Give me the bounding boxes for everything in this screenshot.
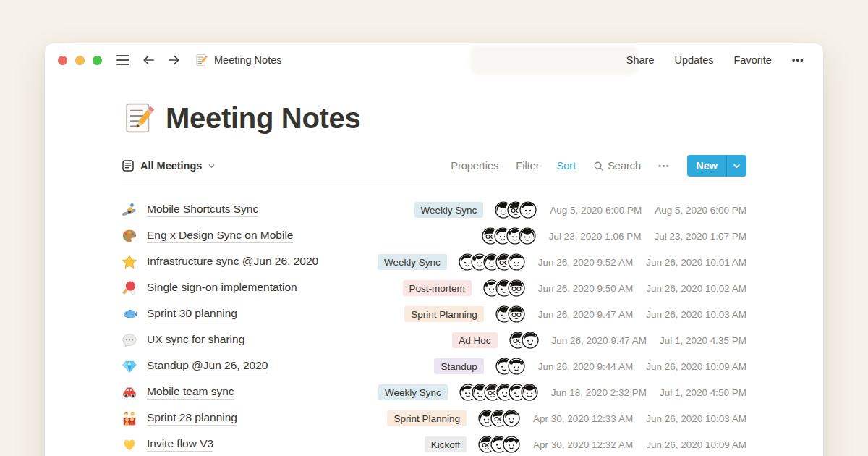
table-row[interactable]: Sprint 30 planning Sprint Planning Jun 2…: [122, 301, 746, 327]
row-title[interactable]: Sprint 28 planning: [147, 411, 237, 426]
edited-date: Jul 1, 2020 4:35 PM: [660, 335, 746, 346]
sort-button[interactable]: Sort: [557, 160, 576, 172]
table-row[interactable]: Invite flow V3 Kickoff Apr 30, 2020 12:3…: [122, 431, 746, 456]
row-properties: Standup Jun 26, 2020 9:44 AM Jun 26, 202…: [434, 358, 746, 375]
row-title[interactable]: Invite flow V3: [147, 437, 213, 452]
row-title[interactable]: Single sign-on implementation: [147, 281, 297, 296]
close-window-button[interactable]: [58, 56, 67, 65]
avatar[interactable]: [519, 201, 537, 219]
edited-date: Aug 5, 2020 6:00 PM: [655, 205, 746, 216]
forward-button[interactable]: [167, 53, 182, 67]
family-emoji-icon: [122, 410, 137, 426]
snowboarder-emoji-icon: [122, 202, 137, 218]
zoom-window-button[interactable]: [93, 56, 102, 65]
avatar-group: [495, 305, 525, 323]
traffic-lights: [58, 56, 102, 65]
favorite-button[interactable]: Favorite: [734, 54, 772, 66]
row-title[interactable]: Standup @Jun 26, 2020: [147, 359, 268, 374]
created-date: Jul 23, 2020 1:06 PM: [549, 231, 642, 242]
row-title[interactable]: UX sync for sharing: [147, 333, 244, 348]
new-button[interactable]: New: [687, 155, 746, 177]
edited-date: Jun 26, 2020 10:09 AM: [646, 361, 746, 372]
gem-emoji-icon: [122, 358, 137, 374]
view-name: All Meetings: [140, 160, 202, 172]
avatar-group: [483, 279, 525, 297]
sidebar-menu-icon[interactable]: [116, 55, 129, 65]
row-title[interactable]: Infrastructure sync @Jun 26, 2020: [147, 255, 318, 270]
toolbar-more-icon[interactable]: •••: [658, 161, 670, 170]
created-date: Jun 26, 2020 9:52 AM: [538, 257, 633, 268]
type-tag[interactable]: Post-mortem: [403, 280, 472, 296]
ping-pong-emoji-icon: [122, 280, 137, 296]
search-button[interactable]: Search: [593, 160, 641, 172]
minimize-window-button[interactable]: [75, 56, 85, 65]
page-title[interactable]: Meeting Notes: [166, 102, 360, 135]
table-row[interactable]: Mobile team sync Weekly Sync Jun 18, 202…: [122, 379, 746, 405]
table-row[interactable]: Sprint 28 planning Sprint Planning Apr 3…: [122, 405, 746, 431]
breadcrumb-page-title[interactable]: Meeting Notes: [214, 54, 282, 66]
edited-date: Jul 23, 2020 1:07 PM: [654, 231, 746, 242]
table-row[interactable]: Infrastructure sync @Jun 26, 2020 Weekly…: [122, 249, 746, 275]
row-properties: Sprint Planning Jun 26, 2020 9:47 AM Jun…: [404, 305, 746, 323]
back-button[interactable]: [141, 53, 156, 67]
type-tag[interactable]: Weekly Sync: [414, 202, 484, 218]
fish-emoji-icon: [122, 306, 137, 322]
table-row[interactable]: UX sync for sharing Ad Hoc Jun 26, 2020 …: [122, 327, 746, 353]
table-row[interactable]: Single sign-on implementation Post-morte…: [122, 275, 746, 301]
titlebar: Meeting Notes Share Updates Favorite •••: [45, 43, 823, 77]
row-properties: Weekly Sync Aug 5, 2020 6:00 PM Aug 5, 2…: [414, 201, 746, 219]
filter-button[interactable]: Filter: [516, 160, 539, 172]
type-tag[interactable]: Sprint Planning: [404, 306, 484, 322]
avatar[interactable]: [508, 279, 525, 297]
type-tag[interactable]: Sprint Planning: [387, 410, 467, 426]
avatar[interactable]: [508, 358, 525, 375]
edited-date: Jun 26, 2020 10:03 AM: [646, 413, 746, 424]
avatar[interactable]: [503, 436, 520, 453]
table-row[interactable]: Eng x Design Sync on Mobile Jul 23, 2020…: [122, 223, 746, 249]
view-switcher[interactable]: All Meetings: [122, 159, 216, 172]
database-toolbar: All Meetings Properties Filter Sort Sear…: [122, 155, 746, 185]
avatar-group: [495, 358, 525, 375]
type-tag[interactable]: Kickoff: [425, 436, 467, 452]
memo-emoji-icon[interactable]: [122, 101, 155, 135]
share-button[interactable]: Share: [626, 54, 655, 66]
row-title[interactable]: Sprint 30 planning: [147, 307, 237, 322]
avatar[interactable]: [519, 227, 536, 245]
properties-button[interactable]: Properties: [451, 160, 498, 172]
table-row[interactable]: Mobile Shortcuts Sync Weekly Sync Aug 5,…: [122, 197, 746, 223]
avatar[interactable]: [508, 305, 525, 323]
more-options-icon[interactable]: •••: [792, 55, 804, 65]
search-label: Search: [608, 160, 641, 172]
avatar-group: [482, 227, 536, 245]
avatar[interactable]: [522, 332, 539, 349]
row-properties: Sprint Planning Apr 30, 2020 12:33 AM Ju…: [387, 410, 746, 427]
row-properties: Kickoff Apr 30, 2020 12:32 AM Jun 26, 20…: [425, 436, 746, 453]
created-date: Jun 26, 2020 9:47 AM: [552, 335, 647, 346]
created-date: Aug 5, 2020 6:00 PM: [550, 205, 642, 216]
new-button-label[interactable]: New: [687, 155, 726, 177]
table-row[interactable]: Standup @Jun 26, 2020 Standup Jun 26, 20…: [122, 353, 746, 379]
row-properties: Ad Hoc Jun 26, 2020 9:47 AM Jul 1, 2020 …: [452, 332, 746, 349]
type-tag[interactable]: Ad Hoc: [452, 332, 497, 348]
row-properties: Post-mortem Jun 26, 2020 9:50 AM Jun 26,…: [403, 279, 746, 297]
type-tag[interactable]: Weekly Sync: [378, 254, 447, 270]
created-date: Jun 26, 2020 9:47 AM: [538, 309, 633, 320]
avatar-group: [478, 410, 520, 427]
search-icon: [593, 161, 604, 172]
created-date: Jun 26, 2020 9:50 AM: [538, 283, 633, 294]
updates-button[interactable]: Updates: [674, 54, 713, 66]
row-properties: Weekly Sync Jun 26, 2020 9:52 AM Jun 26,…: [378, 253, 746, 271]
memo-page-icon: [195, 54, 208, 67]
yellow-heart-emoji-icon: [122, 436, 137, 452]
row-title[interactable]: Mobile Shortcuts Sync: [147, 203, 258, 218]
type-tag[interactable]: Standup: [434, 358, 483, 374]
new-dropdown-button[interactable]: [727, 155, 746, 177]
avatar[interactable]: [503, 410, 520, 427]
row-title[interactable]: Eng x Design Sync on Mobile: [147, 229, 293, 244]
avatar[interactable]: [508, 253, 525, 271]
type-tag[interactable]: Weekly Sync: [378, 384, 448, 400]
row-title[interactable]: Mobile team sync: [147, 385, 234, 400]
avatar[interactable]: [521, 384, 538, 401]
created-date: Jun 26, 2020 9:44 AM: [538, 361, 633, 372]
edited-date: Jun 26, 2020 10:01 AM: [646, 257, 746, 268]
